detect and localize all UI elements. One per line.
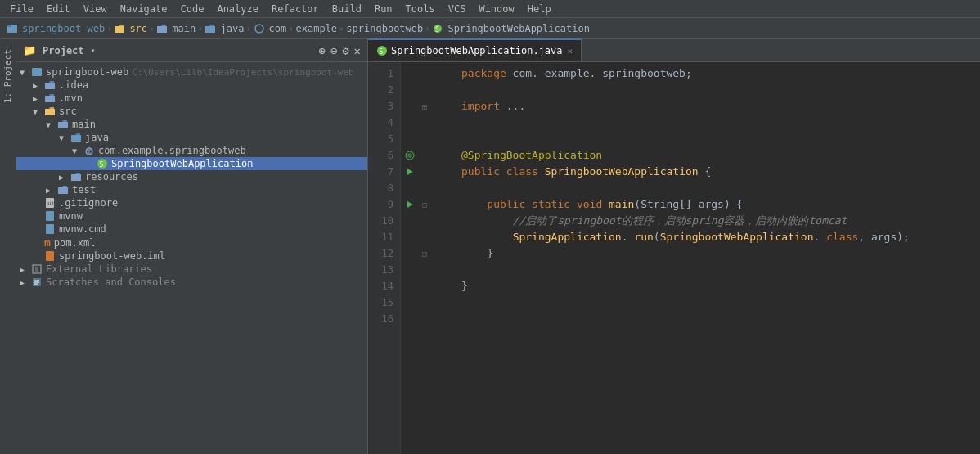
tree-item-root[interactable]: ▼ springboot-web C:\Users\Lilb\IdeaProje… — [16, 65, 367, 79]
svg-marker-27 — [407, 201, 413, 208]
code-line-4 — [437, 115, 973, 131]
tree-item-mvn[interactable]: ▶ .mvn — [16, 92, 367, 105]
fold-15 — [419, 294, 430, 311]
line-num-5: 5 — [368, 131, 393, 147]
run-gutter — [401, 62, 419, 454]
tree-label-ext: External Libraries — [46, 263, 152, 275]
tree-item-gitignore[interactable]: git .gitignore — [16, 196, 367, 209]
tree-label-src: src — [59, 106, 77, 117]
tab-springboot-main[interactable]: S SpringbootWebApplication.java ✕ — [368, 38, 582, 61]
code-line-10: //启动了springboot的程序，启动spring容器，启动内嵌的tomca… — [437, 213, 973, 229]
folder-icon-2 — [156, 23, 168, 34]
tree-item-idea[interactable]: ▶ .idea — [16, 79, 367, 92]
menu-vcs[interactable]: VCS — [442, 2, 473, 16]
external-lib-icon — [31, 263, 43, 275]
line-num-7: 7 — [368, 164, 393, 180]
fold-3[interactable]: ⊞ — [419, 98, 430, 115]
fold-1 — [419, 65, 430, 82]
tree-item-mvnw[interactable]: mvnw — [16, 209, 367, 223]
code-line-13 — [437, 262, 973, 278]
menu-help[interactable]: Help — [521, 2, 558, 16]
tree-item-package[interactable]: ▼ com.example.springbootweb — [16, 144, 367, 157]
fold-12[interactable]: ⊟ — [419, 245, 430, 262]
folder-icon — [114, 23, 125, 34]
tree-item-java[interactable]: ▼ java — [16, 131, 367, 144]
menu-analyze[interactable]: Analyze — [210, 2, 265, 16]
tree-item-external-lib[interactable]: ▶ External Libraries — [16, 263, 367, 276]
svg-rect-1 — [7, 25, 11, 27]
line-num-2: 2 — [368, 82, 393, 98]
fold-9[interactable]: ⊟ — [419, 196, 430, 213]
code-line-5 — [437, 131, 973, 147]
tab-close-button[interactable]: ✕ — [568, 46, 573, 56]
run-marker-5 — [401, 131, 419, 147]
spring-class-icon: S — [432, 23, 443, 34]
minus-icon[interactable]: ⊖ — [330, 44, 337, 57]
close-panel-icon[interactable]: ✕ — [354, 44, 361, 57]
line-num-1: 1 — [368, 65, 393, 82]
tree-item-main-class[interactable]: S SpringbootWebApplication — [16, 157, 367, 170]
spring-icon: S — [97, 158, 108, 169]
tree-item-iml[interactable]: springboot-web.iml — [16, 249, 367, 263]
tree-item-resources[interactable]: ▶ resources — [16, 170, 367, 183]
svg-rect-11 — [46, 211, 54, 221]
menu-file[interactable]: File — [3, 2, 40, 16]
code-line-11: SpringApplication. run(SpringbootWebAppl… — [437, 229, 973, 245]
menu-refactor[interactable]: Refactor — [265, 2, 326, 16]
tree-item-scratches[interactable]: ▶ Scratches and Consoles — [16, 276, 367, 289]
code-editor: 1 2 3 4 5 6 7 8 9 10 11 12 13 14 15 16 — [368, 62, 980, 454]
code-line-2 — [437, 82, 973, 98]
tree-item-mvnw-cmd[interactable]: mvnw.cmd — [16, 223, 367, 236]
tab-label: SpringbootWebApplication.java — [391, 45, 563, 56]
code-line-9: public static void main(String[] args) { — [437, 196, 973, 213]
tree-arrow-idea: ▶ — [33, 81, 43, 90]
tree-label-resources: resources — [85, 171, 138, 182]
svg-point-2 — [255, 25, 263, 33]
run-marker-7[interactable] — [401, 164, 419, 180]
tree-label-idea: .idea — [59, 79, 88, 91]
tree-item-src[interactable]: ▼ src — [16, 105, 367, 118]
run-marker-13 — [401, 262, 419, 278]
line-num-4: 4 — [368, 115, 393, 131]
line-num-6: 6 — [368, 147, 393, 164]
line-num-9: 9 — [368, 196, 393, 213]
tree-arrow-java: ▼ — [59, 133, 69, 142]
main-layout: 1: Project 📁 Project ▾ ⊕ ⊖ ⚙ ✕ ▼ springb… — [0, 39, 980, 454]
mvnw-icon — [44, 210, 56, 222]
add-icon[interactable]: ⊕ — [318, 44, 325, 57]
fold-11 — [419, 229, 430, 245]
tree-label-iml: springboot-web.iml — [59, 250, 165, 262]
line-number-gutter: 1 2 3 4 5 6 7 8 9 10 11 12 13 14 15 16 — [368, 62, 401, 454]
line-num-14: 14 — [368, 278, 393, 294]
menu-code[interactable]: Code — [174, 2, 211, 16]
tree-item-pom[interactable]: m pom.xml — [16, 236, 367, 249]
tree-item-main[interactable]: ▼ main — [16, 118, 367, 131]
folder-mvn-icon — [44, 92, 56, 104]
project-dropdown-arrow[interactable]: ▾ — [91, 46, 96, 55]
menu-navigate[interactable]: Navigate — [114, 2, 174, 16]
project-panel-title: Project — [43, 45, 84, 56]
code-line-8 — [437, 180, 973, 196]
run-marker-9[interactable] — [401, 196, 419, 213]
code-line-16 — [437, 311, 973, 327]
menu-run[interactable]: Run — [368, 2, 399, 16]
tree-arrow-root: ▼ — [20, 68, 29, 77]
menu-build[interactable]: Build — [326, 2, 368, 16]
run-marker-6[interactable] — [401, 147, 419, 164]
menu-edit[interactable]: Edit — [40, 2, 77, 16]
tree-label-mvn: .mvn — [59, 92, 83, 104]
side-panel-tabs: 1: Project — [0, 39, 16, 454]
menu-window[interactable]: Window — [472, 2, 520, 16]
svg-rect-5 — [32, 68, 42, 76]
tree-label-root: springboot-web — [46, 66, 128, 78]
fold-6 — [419, 147, 430, 164]
code-content[interactable]: package com. example. springbootweb; imp… — [430, 62, 980, 454]
settings-icon[interactable]: ⚙ — [342, 44, 348, 57]
code-line-14: } — [437, 278, 973, 294]
tree-item-test[interactable]: ▶ test — [16, 183, 367, 196]
menu-tools[interactable]: Tools — [399, 2, 442, 16]
project-tab[interactable]: 1: Project — [1, 43, 15, 110]
tree-arrow-ext: ▶ — [20, 265, 29, 274]
iml-icon — [44, 250, 56, 262]
menu-view[interactable]: View — [77, 2, 114, 16]
